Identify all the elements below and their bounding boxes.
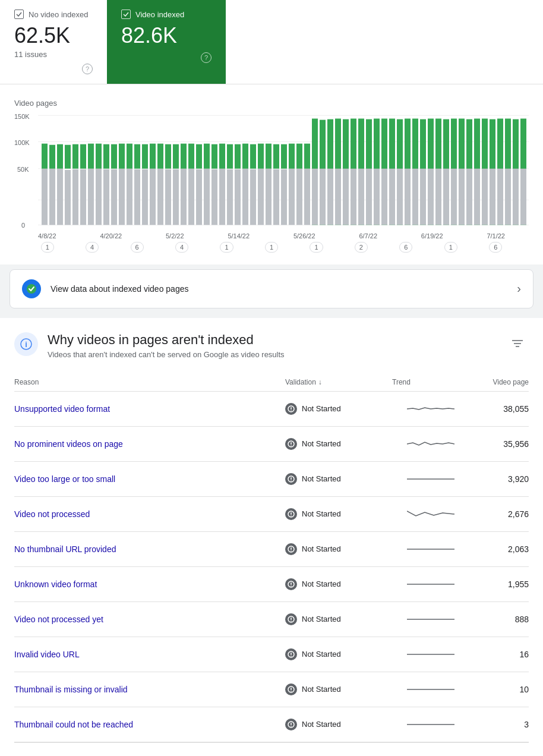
svg-point-160: [291, 585, 292, 587]
svg-rect-125: [235, 144, 241, 168]
count-cell: 888: [469, 615, 529, 624]
svg-text:0: 0: [21, 221, 25, 228]
reason-cell[interactable]: Video not processed yet: [14, 615, 285, 624]
chart-container: 150K 100K 50K 0: [14, 112, 529, 231]
why-header: i Why videos in pages aren't indexed Vid…: [14, 332, 529, 359]
table-row: Unsupported video format Not Started 38,…: [14, 392, 529, 427]
no-video-help-icon[interactable]: ?: [82, 64, 93, 74]
pagination-row: Rows per page: 10 1-10 of 15: [14, 742, 529, 756]
svg-rect-73: [320, 168, 326, 225]
reason-cell[interactable]: No prominent videos on page: [14, 439, 285, 449]
svg-rect-18: [111, 169, 117, 225]
svg-rect-24: [157, 168, 163, 225]
svg-rect-23: [150, 168, 156, 225]
reason-cell[interactable]: Thumbnail could not be reached: [14, 720, 285, 729]
svg-rect-17: [103, 169, 109, 225]
why-section: i Why videos in pages aren't indexed Vid…: [0, 318, 543, 756]
x-label-7: 6/19/22: [421, 232, 443, 240]
svg-rect-114: [150, 143, 156, 168]
view-data-link[interactable]: View data about indexed video pages ›: [10, 270, 533, 308]
not-started-icon: [285, 508, 297, 520]
svg-rect-37: [258, 168, 264, 225]
not-started-icon: [285, 648, 297, 660]
svg-rect-105: [80, 144, 86, 168]
trend-cell: [392, 505, 469, 523]
svg-rect-82: [389, 168, 395, 225]
svg-rect-110: [119, 143, 125, 168]
reason-cell[interactable]: Unknown video format: [14, 579, 285, 589]
svg-rect-118: [181, 143, 187, 168]
page-nav: [472, 750, 514, 756]
svg-rect-84: [405, 168, 411, 225]
badge-1[interactable]: 1: [41, 242, 54, 253]
trend-cell: [392, 645, 469, 663]
svg-rect-109: [111, 144, 117, 168]
badge-9[interactable]: 6: [399, 242, 412, 253]
svg-rect-43: [304, 168, 310, 225]
table-row: Video not processed Not Started 2,676: [14, 497, 529, 532]
reason-cell[interactable]: No thumbnail URL provided: [14, 544, 285, 554]
reason-cell[interactable]: Invalid video URL: [14, 650, 285, 659]
svg-rect-36: [250, 169, 256, 225]
badge-10[interactable]: 1: [444, 242, 457, 253]
not-started-icon: [285, 683, 297, 695]
svg-rect-13: [72, 169, 78, 225]
table-row: Video too large or too small Not Started…: [14, 462, 529, 497]
video-indexed-header: Video indexed: [121, 10, 211, 19]
table-row: No prominent videos on page Not Started …: [14, 427, 529, 462]
badge-2[interactable]: 4: [86, 242, 99, 253]
validation-cell: Not Started: [285, 543, 392, 555]
badge-3[interactable]: 6: [131, 242, 144, 253]
svg-rect-90: [451, 168, 457, 225]
reason-cell[interactable]: Video too large or too small: [14, 474, 285, 484]
badge-7[interactable]: 1: [310, 242, 323, 253]
svg-rect-130: [273, 144, 279, 168]
svg-rect-102: [57, 144, 63, 168]
info-circle-icon: i: [14, 332, 38, 356]
why-title: Why videos in pages aren't indexed: [48, 332, 506, 348]
why-title-group: Why videos in pages aren't indexed Video…: [48, 332, 506, 359]
prev-page-button[interactable]: [472, 750, 491, 756]
validation-cell: Not Started: [285, 508, 392, 520]
not-started-icon: [285, 578, 297, 590]
badge-8[interactable]: 2: [355, 242, 368, 253]
chevron-right-icon: ›: [517, 282, 521, 295]
header-reason: Reason: [14, 378, 285, 386]
header-trend: Trend: [392, 378, 469, 386]
svg-rect-29: [196, 169, 202, 225]
bar-chart: 150K 100K 50K 0: [14, 112, 529, 231]
validation-cell: Not Started: [285, 403, 392, 415]
svg-rect-32: [219, 168, 225, 225]
badge-5[interactable]: 1: [220, 242, 233, 253]
x-label-4: 5/14/22: [228, 232, 250, 240]
svg-rect-124: [227, 144, 233, 168]
not-started-label: Not Started: [302, 544, 341, 553]
trend-cell: [392, 540, 469, 558]
video-indexed-help-icon[interactable]: ?: [201, 52, 211, 63]
svg-rect-20: [127, 168, 132, 225]
badge-4[interactable]: 4: [175, 242, 188, 253]
svg-rect-91: [459, 168, 465, 225]
no-video-header: No video indexed: [14, 10, 93, 19]
svg-rect-11: [57, 168, 63, 225]
badge-6[interactable]: 1: [265, 242, 278, 253]
svg-rect-34: [235, 169, 241, 225]
next-page-button[interactable]: [495, 750, 514, 756]
svg-rect-111: [127, 143, 132, 168]
reason-cell[interactable]: Video not processed: [14, 509, 285, 519]
summary-cards: No video indexed 62.5K 11 issues ? Video…: [0, 0, 543, 84]
svg-rect-83: [397, 168, 403, 225]
badge-11[interactable]: 6: [489, 242, 502, 253]
header-validation[interactable]: Validation ↓: [285, 378, 392, 386]
reason-cell[interactable]: Unsupported video format: [14, 404, 285, 414]
svg-rect-134: [304, 143, 310, 168]
svg-text:50K: 50K: [17, 165, 29, 172]
svg-rect-95: [490, 168, 495, 225]
chart-section: Video pages 150K 100K 50K 0: [0, 84, 543, 264]
validation-cell: Not Started: [285, 473, 392, 485]
reason-cell[interactable]: Thumbnail is missing or invalid: [14, 685, 285, 694]
not-started-label: Not Started: [302, 439, 341, 448]
svg-rect-22: [142, 169, 148, 225]
svg-rect-86: [420, 168, 426, 225]
filter-icon[interactable]: [506, 332, 529, 357]
